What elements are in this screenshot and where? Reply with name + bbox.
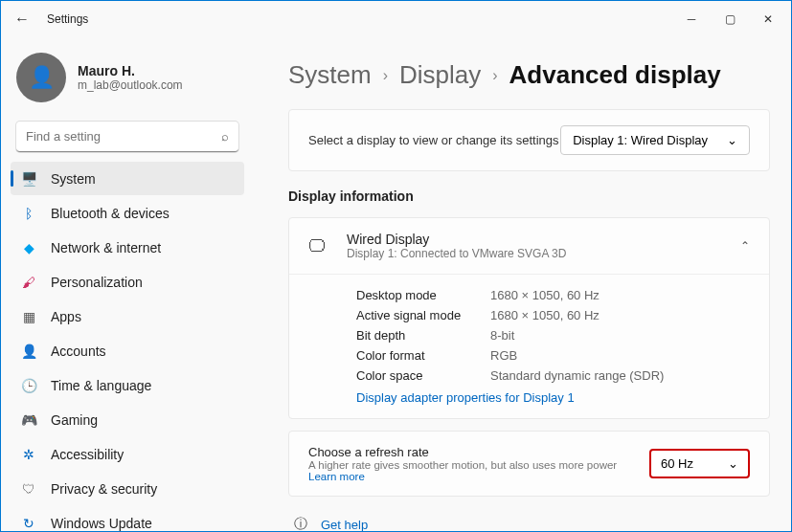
refresh-subtitle: A higher rate gives smoother motion, but… bbox=[308, 459, 630, 482]
refresh-title: Choose a refresh rate bbox=[308, 445, 630, 459]
info-row: Bit depth8-bit bbox=[356, 328, 750, 343]
search-input[interactable] bbox=[16, 122, 238, 152]
chevron-down-icon: ⌄ bbox=[727, 133, 737, 147]
user-name: Mauro H. bbox=[78, 63, 183, 78]
display-info-header[interactable]: 🖵 Wired Display Display 1: Connected to … bbox=[289, 218, 769, 274]
nav-icon: 🛡 bbox=[20, 480, 37, 498]
info-row: Active signal mode1680 × 1050, 60 Hz bbox=[356, 308, 750, 322]
adapter-properties-link[interactable]: Display adapter properties for Display 1 bbox=[356, 390, 750, 405]
info-key: Color format bbox=[356, 348, 490, 363]
display-name: Wired Display bbox=[347, 232, 566, 247]
nav-label: Time & language bbox=[51, 378, 151, 393]
sidebar-item-privacy-security[interactable]: 🛡Privacy & security bbox=[11, 472, 244, 505]
back-button[interactable]: ← bbox=[14, 11, 37, 28]
close-button[interactable]: ✕ bbox=[749, 5, 787, 33]
refresh-rate-dropdown[interactable]: 60 Hz ⌄ bbox=[649, 449, 750, 478]
nav-icon: 🖥️ bbox=[20, 170, 37, 188]
nav-icon: 🕒 bbox=[20, 377, 37, 394]
sidebar-item-time-language[interactable]: 🕒Time & language bbox=[11, 368, 244, 402]
display-connection: Display 1: Connected to VMware SVGA 3D bbox=[347, 247, 566, 260]
nav-icon: 👤 bbox=[20, 343, 37, 360]
sidebar-item-gaming[interactable]: 🎮Gaming bbox=[11, 403, 244, 436]
learn-more-link[interactable]: Learn more bbox=[308, 471, 365, 482]
info-key: Bit depth bbox=[356, 328, 490, 343]
sidebar-item-bluetooth-devices[interactable]: ᛒBluetooth & devices bbox=[11, 196, 244, 230]
nav-icon: ▦ bbox=[20, 308, 37, 325]
sidebar-item-personalization[interactable]: 🖌Personalization bbox=[11, 265, 244, 299]
nav-icon: 🖌 bbox=[20, 274, 37, 291]
info-key: Active signal mode bbox=[356, 308, 490, 322]
nav-label: Apps bbox=[51, 309, 81, 324]
nav-label: Privacy & security bbox=[51, 481, 157, 497]
section-title-display-info: Display information bbox=[288, 188, 770, 204]
nav-label: Network & internet bbox=[51, 240, 161, 255]
monitor-icon: 🖵 bbox=[308, 236, 331, 256]
nav-icon: ᛒ bbox=[20, 205, 37, 222]
nav-icon: ◆ bbox=[20, 239, 37, 256]
refresh-rate-card: Choose a refresh rate A higher rate give… bbox=[288, 431, 770, 497]
info-row: Color formatRGB bbox=[356, 348, 750, 363]
nav-label: Bluetooth & devices bbox=[51, 206, 170, 221]
nav-icon: ✲ bbox=[20, 446, 37, 463]
user-profile[interactable]: 👤 Mauro H. m_lab@outlook.com bbox=[11, 45, 244, 116]
sidebar-item-accessibility[interactable]: ✲Accessibility bbox=[11, 437, 244, 471]
breadcrumb: System › Display › Advanced display bbox=[288, 60, 770, 90]
window-title: Settings bbox=[47, 12, 88, 26]
info-value: RGB bbox=[490, 348, 517, 363]
search-icon: ⌕ bbox=[221, 129, 229, 144]
avatar: 👤 bbox=[16, 53, 66, 102]
nav-label: Windows Update bbox=[51, 516, 152, 531]
nav-label: Personalization bbox=[51, 275, 143, 290]
maximize-button[interactable]: ▢ bbox=[711, 5, 749, 33]
page-title: Advanced display bbox=[509, 60, 721, 90]
select-display-label: Select a display to view or change its s… bbox=[308, 133, 559, 147]
info-value: 1680 × 1050, 60 Hz bbox=[490, 308, 600, 322]
info-value: 8-bit bbox=[490, 328, 514, 343]
info-row: Color spaceStandard dynamic range (SDR) bbox=[356, 368, 750, 383]
sidebar-item-system[interactable]: 🖥️System bbox=[11, 162, 244, 195]
sidebar-item-accounts[interactable]: 👤Accounts bbox=[11, 334, 244, 367]
help-icon: ⓘ bbox=[294, 516, 307, 531]
nav-label: Accessibility bbox=[51, 447, 124, 462]
nav-icon: ↻ bbox=[20, 515, 37, 532]
get-help-link[interactable]: ⓘ Get help bbox=[288, 512, 770, 531]
user-email: m_lab@outlook.com bbox=[78, 78, 183, 92]
sidebar-item-network-internet[interactable]: ◆Network & internet bbox=[11, 231, 244, 264]
info-key: Color space bbox=[356, 368, 490, 383]
chevron-right-icon: › bbox=[383, 67, 388, 84]
info-value: 1680 × 1050, 60 Hz bbox=[490, 288, 600, 302]
display-selector-dropdown[interactable]: Display 1: Wired Display ⌄ bbox=[560, 125, 750, 155]
crumb-display[interactable]: Display bbox=[399, 60, 481, 90]
select-display-card: Select a display to view or change its s… bbox=[288, 109, 770, 171]
chevron-right-icon: › bbox=[492, 67, 497, 84]
info-value: Standard dynamic range (SDR) bbox=[490, 368, 664, 383]
chevron-up-icon: ⌃ bbox=[740, 239, 750, 253]
nav-label: Gaming bbox=[51, 412, 98, 428]
crumb-system[interactable]: System bbox=[288, 60, 372, 90]
display-info-card: 🖵 Wired Display Display 1: Connected to … bbox=[288, 217, 770, 419]
info-key: Desktop mode bbox=[356, 288, 490, 302]
nav-icon: 🎮 bbox=[20, 411, 37, 429]
chevron-down-icon: ⌄ bbox=[728, 456, 738, 471]
info-row: Desktop mode1680 × 1050, 60 Hz bbox=[356, 288, 750, 302]
sidebar-item-apps[interactable]: ▦Apps bbox=[11, 299, 244, 333]
nav-label: Accounts bbox=[51, 344, 106, 359]
minimize-button[interactable]: ─ bbox=[672, 5, 711, 33]
sidebar-item-windows-update[interactable]: ↻Windows Update bbox=[11, 506, 244, 531]
nav-label: System bbox=[51, 171, 96, 187]
